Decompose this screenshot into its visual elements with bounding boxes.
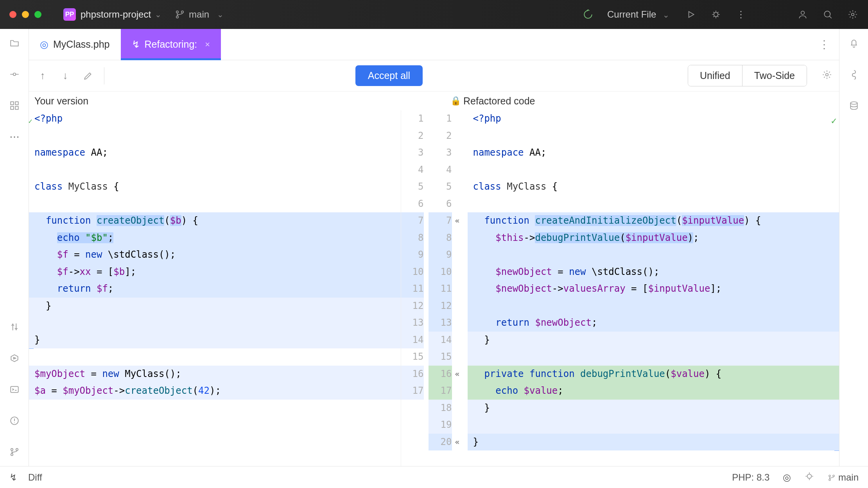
code-line[interactable] xyxy=(468,127,839,145)
services-icon[interactable] xyxy=(7,351,22,365)
code-line[interactable]: $newObject = new \stdClass(); xyxy=(468,264,839,281)
code-line[interactable]: } xyxy=(468,434,839,451)
code-line[interactable]: $myObject = new MyClass(); xyxy=(29,366,401,383)
code-line[interactable]: <?php xyxy=(468,110,839,127)
code-line[interactable]: namespace AA; xyxy=(468,144,839,161)
expand-icon[interactable] xyxy=(455,246,468,264)
code-line[interactable] xyxy=(29,314,401,332)
account-icon[interactable] xyxy=(797,9,809,20)
close-icon[interactable]: × xyxy=(205,39,210,50)
gear-icon[interactable] xyxy=(847,9,859,20)
expand-icon[interactable] xyxy=(455,348,468,366)
code-line[interactable]: } xyxy=(29,332,401,349)
debugger-status-icon[interactable] xyxy=(804,471,814,484)
expand-icon[interactable] xyxy=(455,196,468,213)
unified-view-button[interactable]: Unified xyxy=(688,65,742,86)
code-line[interactable]: echo $value; xyxy=(468,382,839,400)
code-line[interactable]: class MyClass { xyxy=(468,178,839,196)
code-line[interactable]: $f = new \stdClass(); xyxy=(29,246,401,264)
php-version[interactable]: PHP: 8.3 xyxy=(732,472,769,483)
pull-requests-icon[interactable] xyxy=(7,320,22,334)
code-line[interactable] xyxy=(29,348,401,366)
more-tools-icon[interactable]: ⋯ xyxy=(7,130,22,144)
code-line[interactable]: function createAndInitializeObject($inpu… xyxy=(468,212,839,230)
code-line[interactable]: echo "$b"; xyxy=(29,230,401,247)
code-line[interactable]: class MyClass { xyxy=(29,178,401,196)
expand-icon[interactable]: « xyxy=(455,212,468,230)
expand-icon[interactable] xyxy=(455,280,468,298)
code-line[interactable] xyxy=(29,196,401,213)
tab-myclass[interactable]: ◎ MyClass.php xyxy=(29,29,121,60)
problems-icon[interactable] xyxy=(7,414,22,428)
code-line[interactable] xyxy=(29,161,401,179)
project-icon[interactable] xyxy=(7,36,22,50)
code-line[interactable]: return $f; xyxy=(29,280,401,298)
code-line[interactable] xyxy=(29,127,401,145)
ai-assistant-icon[interactable] xyxy=(847,67,861,81)
diff-settings-icon[interactable] xyxy=(822,70,832,82)
notifications-icon[interactable] xyxy=(847,36,861,50)
more-icon[interactable]: ⋮ xyxy=(735,9,747,20)
expand-icon[interactable] xyxy=(455,416,468,434)
expand-icon[interactable] xyxy=(455,144,468,161)
left-code-pane[interactable]: ✓<?phpnamespace AA;class MyClass { funct… xyxy=(29,110,401,466)
expand-icon[interactable] xyxy=(455,161,468,179)
code-line[interactable] xyxy=(468,161,839,179)
vcs-branch-selector[interactable]: main ⌄ xyxy=(175,9,224,20)
minimize-window-icon[interactable] xyxy=(22,11,29,18)
code-line[interactable]: private function debugPrintValue($value)… xyxy=(468,366,839,383)
expand-icon[interactable] xyxy=(455,127,468,145)
right-code-pane[interactable]: ✓ <?phpnamespace AA;class MyClass { func… xyxy=(468,110,839,466)
expand-icon[interactable]: « xyxy=(455,366,468,383)
chevron-down-icon[interactable]: ⌄ xyxy=(155,10,161,19)
code-line[interactable]: namespace AA; xyxy=(29,144,401,161)
diff-label[interactable]: Diff xyxy=(28,472,42,483)
expand-icon[interactable] xyxy=(455,230,468,247)
code-line[interactable]: $f->xx = [$b]; xyxy=(29,264,401,281)
code-line[interactable]: $newObject->valuesArray = [$inputValue]; xyxy=(468,280,839,298)
coverage-icon[interactable]: ◎ xyxy=(783,472,791,483)
code-line[interactable] xyxy=(468,348,839,366)
expand-icon[interactable] xyxy=(455,314,468,332)
commit-icon[interactable] xyxy=(7,67,22,81)
code-line[interactable]: $this->debugPrintValue($inputValue); xyxy=(468,230,839,247)
code-line[interactable]: } xyxy=(468,332,839,349)
terminal-icon[interactable] xyxy=(7,382,22,396)
database-icon[interactable] xyxy=(847,99,861,113)
expand-icon[interactable] xyxy=(455,178,468,196)
twoside-view-button[interactable]: Two-Side xyxy=(742,65,807,86)
tab-refactoring[interactable]: ↯ Refactoring: × xyxy=(121,29,221,60)
expand-icon[interactable] xyxy=(455,264,468,281)
project-name[interactable]: phpstorm-project xyxy=(81,9,151,20)
expand-icon[interactable] xyxy=(455,110,468,127)
code-line[interactable]: } xyxy=(468,400,839,417)
structure-icon[interactable] xyxy=(7,99,22,113)
code-line[interactable] xyxy=(468,298,839,315)
code-line[interactable]: ✓<?php xyxy=(29,110,401,127)
expand-icon[interactable] xyxy=(455,382,468,400)
expand-icon[interactable]: « xyxy=(455,434,468,451)
code-line[interactable]: function createObject($b) { xyxy=(29,212,401,230)
next-diff-icon[interactable]: ↓ xyxy=(59,69,72,83)
tab-overflow-icon[interactable]: ⋮ xyxy=(809,38,839,51)
expand-icon[interactable] xyxy=(455,298,468,315)
vcs-status[interactable]: main xyxy=(828,472,859,483)
close-window-icon[interactable] xyxy=(9,11,16,18)
debug-icon[interactable] xyxy=(710,9,722,20)
accept-all-button[interactable]: Accept all xyxy=(355,65,423,86)
expand-icon[interactable] xyxy=(455,332,468,349)
code-line[interactable]: $a = $myObject->createObject(42); xyxy=(29,382,401,400)
code-line[interactable] xyxy=(468,246,839,264)
code-line[interactable]: } xyxy=(29,298,401,315)
git-icon[interactable] xyxy=(7,445,22,459)
edit-icon[interactable] xyxy=(81,69,95,83)
code-line[interactable] xyxy=(468,196,839,213)
maximize-window-icon[interactable] xyxy=(34,11,41,18)
run-icon[interactable] xyxy=(685,9,697,20)
build-icon[interactable] xyxy=(582,9,594,20)
code-line[interactable] xyxy=(468,416,839,434)
code-line[interactable]: return $newObject; xyxy=(468,314,839,332)
expand-icon[interactable] xyxy=(455,400,468,417)
search-icon[interactable] xyxy=(822,9,834,20)
prev-diff-icon[interactable]: ↑ xyxy=(36,69,49,83)
